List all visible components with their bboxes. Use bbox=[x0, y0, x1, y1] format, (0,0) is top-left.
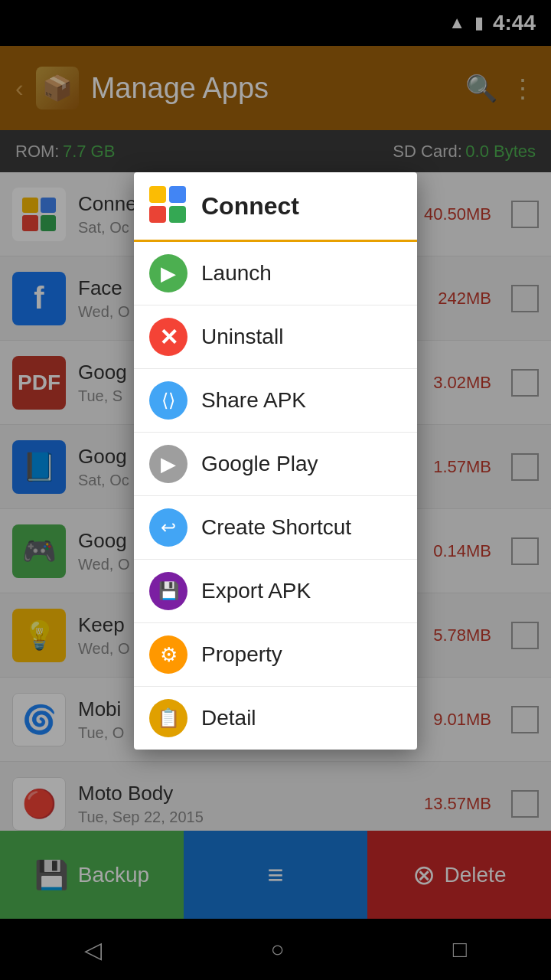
uninstall-label: Uninstall bbox=[201, 325, 283, 349]
menu-item-create-shortcut[interactable]: ↩ Create Shortcut bbox=[134, 496, 417, 560]
shortcut-icon: ↩ bbox=[149, 508, 187, 547]
property-label: Property bbox=[201, 642, 282, 667]
menu-item-property[interactable]: ⚙ Property bbox=[134, 623, 417, 687]
menu-item-export-apk[interactable]: 💾 Export APK bbox=[134, 560, 417, 623]
create-shortcut-label: Create Shortcut bbox=[201, 515, 351, 540]
launch-label: Launch bbox=[201, 261, 272, 286]
uninstall-icon: ✕ bbox=[149, 318, 187, 356]
context-menu: Connect ▶ Launch ✕ Uninstall ⟨⟩ Share AP… bbox=[134, 172, 417, 750]
export-apk-label: Export APK bbox=[201, 579, 311, 603]
launch-icon: ▶ bbox=[149, 254, 187, 292]
google-play-label: Google Play bbox=[201, 452, 318, 476]
detail-label: Detail bbox=[201, 706, 256, 730]
context-menu-app-icon bbox=[149, 186, 189, 226]
detail-icon: 📋 bbox=[149, 699, 187, 737]
context-menu-title: Connect bbox=[201, 192, 299, 220]
menu-item-google-play[interactable]: ▶ Google Play bbox=[134, 433, 417, 496]
context-menu-header: Connect bbox=[134, 172, 417, 242]
export-icon: 💾 bbox=[149, 572, 187, 610]
menu-item-detail[interactable]: 📋 Detail bbox=[134, 687, 417, 750]
share-apk-label: Share APK bbox=[201, 388, 306, 413]
menu-item-uninstall[interactable]: ✕ Uninstall bbox=[134, 305, 417, 369]
share-icon: ⟨⟩ bbox=[149, 381, 187, 420]
google-play-icon: ▶ bbox=[149, 445, 187, 483]
property-icon: ⚙ bbox=[149, 635, 187, 674]
menu-item-share-apk[interactable]: ⟨⟩ Share APK bbox=[134, 369, 417, 433]
menu-item-launch[interactable]: ▶ Launch bbox=[134, 242, 417, 305]
